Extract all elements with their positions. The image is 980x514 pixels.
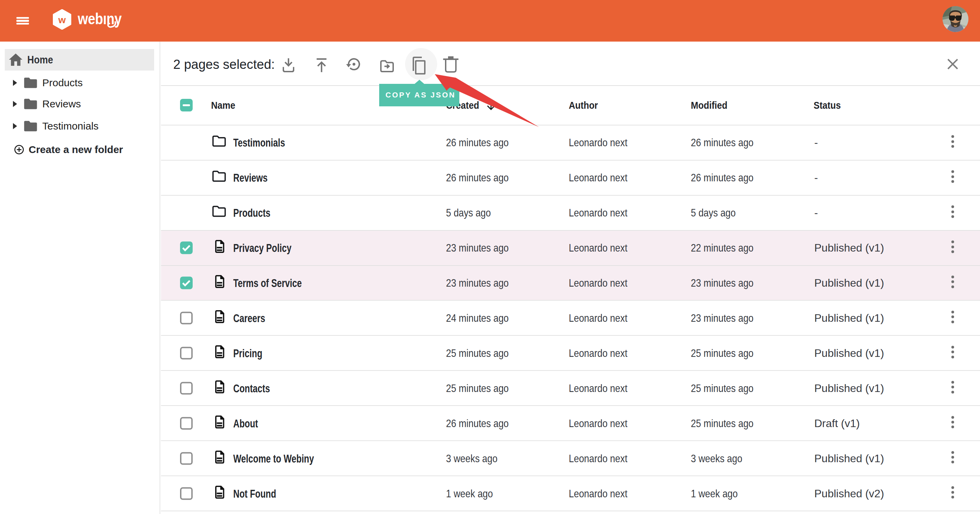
- svg-text:w: w: [58, 15, 66, 25]
